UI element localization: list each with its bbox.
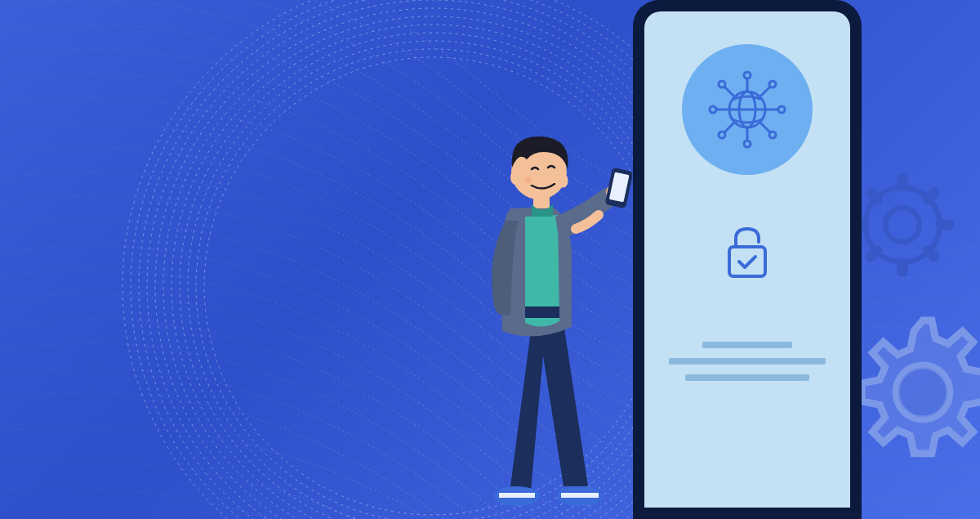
- svg-point-32: [778, 106, 785, 113]
- svg-rect-44: [499, 493, 535, 498]
- svg-point-30: [710, 106, 716, 113]
- globe-network-icon: [706, 69, 788, 150]
- svg-point-36: [769, 81, 776, 87]
- svg-point-28: [744, 141, 751, 147]
- person-illustration: [453, 110, 641, 519]
- placeholder-text-lines: [665, 342, 830, 381]
- svg-point-21: [898, 367, 948, 418]
- text-line: [685, 374, 808, 381]
- svg-rect-41: [729, 247, 765, 276]
- svg-point-53: [525, 177, 532, 183]
- svg-line-33: [724, 87, 734, 96]
- small-phone-icon: [605, 168, 634, 208]
- text-line: [669, 358, 826, 365]
- globe-network-badge: [682, 44, 813, 175]
- svg-point-26: [744, 72, 751, 78]
- unlock-check-icon: [723, 224, 772, 284]
- svg-point-52: [510, 170, 520, 185]
- text-line: [702, 342, 793, 348]
- svg-line-37: [724, 123, 734, 132]
- svg-point-34: [719, 81, 725, 87]
- svg-rect-45: [561, 493, 599, 498]
- svg-point-11: [885, 208, 920, 242]
- svg-line-19: [928, 193, 934, 199]
- svg-line-17: [928, 250, 934, 257]
- phone-frame: [633, 0, 862, 519]
- svg-line-18: [871, 250, 877, 257]
- phone-screen: [644, 11, 850, 508]
- svg-line-35: [760, 87, 770, 96]
- svg-point-38: [719, 132, 725, 138]
- svg-line-16: [871, 193, 877, 199]
- svg-line-39: [760, 123, 770, 132]
- gear-small-icon: [849, 172, 956, 278]
- svg-point-40: [769, 132, 776, 138]
- svg-rect-46: [525, 306, 559, 318]
- large-phone-device: [633, 0, 862, 519]
